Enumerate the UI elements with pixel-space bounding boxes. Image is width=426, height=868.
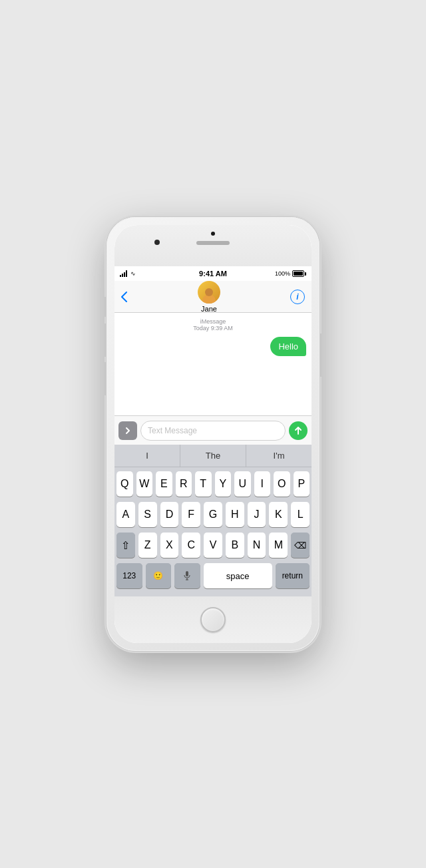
contact-name: Jane [201, 305, 217, 313]
key-V[interactable]: V [204, 533, 222, 558]
front-sensor [211, 232, 215, 236]
message-bubble-container: Hello [120, 337, 306, 356]
predictive-bar: I The I'm [114, 445, 312, 467]
key-H[interactable]: H [226, 502, 244, 527]
signal-icon [120, 270, 127, 277]
key-E[interactable]: E [156, 471, 172, 497]
key-M[interactable]: M [269, 533, 288, 558]
key-Z[interactable]: Z [138, 533, 157, 558]
send-button[interactable] [289, 421, 308, 440]
key-X[interactable]: X [160, 533, 179, 558]
key-C[interactable]: C [182, 533, 200, 558]
battery-body [292, 270, 304, 277]
microphone-icon [184, 571, 190, 580]
key-L[interactable]: L [291, 502, 310, 527]
key-B[interactable]: B [226, 533, 244, 558]
info-button[interactable]: i [290, 290, 305, 304]
message-timestamp: iMessage Today 9:39 AM [120, 318, 306, 331]
message-bubble: Hello [270, 337, 306, 356]
key-N[interactable]: N [248, 533, 266, 558]
key-T[interactable]: T [195, 471, 212, 497]
battery-icon [292, 270, 306, 277]
return-key[interactable]: return [276, 563, 310, 588]
back-button[interactable] [121, 292, 128, 302]
volume-up-button[interactable] [104, 324, 106, 357]
input-bar: Text Message [114, 415, 312, 445]
key-S[interactable]: S [138, 502, 157, 527]
delete-key[interactable]: ⌫ [291, 533, 310, 558]
messages-area[interactable]: iMessage Today 9:39 AM Hello [114, 313, 312, 415]
phone-screen: ∿ 9:41 AM 100% [114, 225, 312, 643]
earpiece-speaker [196, 241, 230, 245]
phone-frame: ∿ 9:41 AM 100% [106, 217, 320, 651]
key-U[interactable]: U [234, 471, 251, 497]
status-right: 100% [275, 270, 306, 277]
key-W[interactable]: W [136, 471, 153, 497]
key-O[interactable]: O [274, 471, 290, 497]
wifi-icon: ∿ [130, 270, 136, 277]
chevron-right-icon [124, 427, 132, 435]
arrow-up-icon [294, 426, 303, 435]
battery-fill [294, 272, 303, 276]
expand-button[interactable] [118, 421, 137, 440]
message-input-wrapper[interactable]: Text Message [140, 421, 286, 441]
front-camera [154, 240, 160, 245]
key-P[interactable]: P [294, 471, 310, 497]
status-left: ∿ [120, 270, 136, 277]
keyboard: Q W E R T Y U I O P A S D F G [114, 467, 312, 596]
predictive-item-0[interactable]: I [114, 445, 180, 467]
status-bar: ∿ 9:41 AM 100% [114, 266, 312, 281]
battery-tip [305, 272, 306, 276]
key-Q[interactable]: Q [116, 471, 133, 497]
key-K[interactable]: K [269, 502, 288, 527]
numbers-key[interactable]: 123 [116, 563, 142, 588]
predictive-item-2[interactable]: I'm [246, 445, 312, 467]
shift-key[interactable]: ⇧ [116, 533, 135, 558]
battery-percentage: 100% [275, 270, 290, 277]
key-I[interactable]: I [254, 471, 271, 497]
contact-header[interactable]: Jane [198, 281, 220, 313]
avatar-image [202, 286, 216, 304]
predictive-item-1[interactable]: The [180, 445, 246, 467]
bottom-bezel [114, 596, 312, 643]
message-input-placeholder: Text Message [148, 426, 197, 435]
key-G[interactable]: G [204, 502, 222, 527]
status-time: 9:41 AM [199, 270, 227, 278]
key-D[interactable]: D [160, 502, 179, 527]
volume-down-button[interactable] [104, 362, 106, 395]
key-R[interactable]: R [176, 471, 192, 497]
svg-rect-0 [186, 571, 188, 576]
key-J[interactable]: J [248, 502, 266, 527]
key-F[interactable]: F [182, 502, 200, 527]
avatar [198, 281, 220, 304]
keyboard-row-3: ⇧ Z X C V B N M ⌫ [116, 533, 310, 558]
top-bezel [114, 225, 312, 266]
mic-key[interactable] [174, 563, 200, 588]
space-key[interactable]: space [204, 563, 272, 588]
key-Y[interactable]: Y [215, 471, 232, 497]
navigation-bar: Jane i [114, 281, 312, 313]
screen: ∿ 9:41 AM 100% [114, 266, 312, 596]
power-button[interactable] [320, 333, 322, 377]
keyboard-row-4: 123 🙂 space return [116, 563, 310, 588]
home-button[interactable] [200, 607, 226, 632]
key-A[interactable]: A [116, 502, 135, 527]
emoji-key[interactable]: 🙂 [146, 563, 172, 588]
keyboard-row-1: Q W E R T Y U I O P [116, 471, 310, 497]
keyboard-row-2: A S D F G H J K L [116, 502, 310, 527]
